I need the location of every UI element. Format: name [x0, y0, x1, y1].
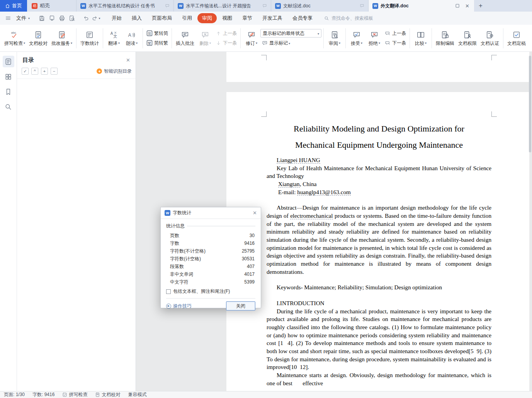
- home-tab-label: 首页: [12, 2, 22, 9]
- toc-select-all-button[interactable]: ✓: [22, 68, 29, 75]
- toc-fold-button[interactable]: −: [51, 68, 58, 75]
- word-count-button[interactable]: 字数统计: [78, 26, 101, 50]
- show-markup-button[interactable]: 显示标记: [260, 39, 321, 47]
- smart-toc-button[interactable]: 智能识别目录: [97, 68, 132, 75]
- undo-icon[interactable]: [81, 13, 91, 23]
- compare-button[interactable]: 比较: [412, 26, 430, 50]
- print-icon[interactable]: [57, 13, 67, 23]
- file-menu[interactable]: 文件: [13, 13, 33, 23]
- search-icon: [324, 16, 329, 21]
- read-aloud-button[interactable]: A 朗读: [123, 26, 141, 50]
- section-heading-introduction: I.INTRODUCTION: [267, 299, 491, 307]
- grading-service-label: 批改服务: [51, 41, 70, 46]
- doc-proof-button[interactable]: 文档校对: [27, 26, 49, 50]
- page-indicator[interactable]: 页面: 1/30: [4, 391, 25, 398]
- doc-certify-label: 文档认证: [481, 41, 499, 46]
- doc-proof-toggle-label: 文档校对: [102, 391, 120, 398]
- print-preview-icon[interactable]: [67, 13, 77, 23]
- word-count-dialog: W 字数统计 ✕ 统计信息 页数30 字数9416 字符数(不计空格)25795…: [160, 207, 261, 308]
- outline-panel-icon[interactable]: [3, 56, 14, 67]
- ribbon-tab-view[interactable]: 视图: [218, 13, 237, 23]
- command-search[interactable]: 查找命令、搜索模板: [324, 15, 373, 22]
- wps-writer-icon: W: [372, 3, 378, 9]
- review-mode-label: 审阅: [329, 41, 338, 46]
- trad-to-simp-button[interactable]: 简 繁转简: [145, 29, 170, 38]
- document-page[interactable]: Reliability Modeling and Design Optimiza…: [226, 92, 529, 391]
- markup-state-select[interactable]: 显示标记的最终状态: [260, 29, 321, 38]
- operation-tips-label: 操作技巧: [173, 303, 192, 309]
- review-mode-button[interactable]: 审阅: [326, 26, 343, 50]
- export-icon[interactable]: [47, 13, 57, 23]
- toc-panel-title: 目录: [22, 56, 34, 64]
- operation-tips-link[interactable]: ▶ 操作技巧: [166, 303, 192, 309]
- doc-permission-button[interactable]: 文档权限: [456, 26, 479, 50]
- ribbon-tab-references[interactable]: 引用: [177, 13, 197, 23]
- reject-change-button[interactable]: 拒绝: [365, 26, 383, 50]
- toc-expand-button[interactable]: +: [41, 68, 48, 75]
- word-count-indicator[interactable]: 字数: 9416: [32, 391, 54, 398]
- toc-collapse-button[interactable]: ^: [31, 68, 38, 75]
- doc-tab-renwushu[interactable]: W 水平工件输送机结构设计 任务书: [76, 0, 174, 12]
- ribbon-tab-member[interactable]: 会员专享: [288, 13, 317, 23]
- dropdown-caret-icon: [317, 31, 319, 36]
- doc-finalize-button[interactable]: 文档定稿: [505, 26, 528, 50]
- grading-service-button[interactable]: 批改服务: [49, 26, 74, 50]
- word-count-dialog-title: 字数统计: [173, 210, 191, 216]
- email-label: E-mail:: [278, 189, 297, 195]
- close-tab-icon[interactable]: ✕: [465, 3, 469, 9]
- ribbon-tab-insert[interactable]: 插入: [127, 13, 146, 23]
- delete-comment-button[interactable]: 删除: [196, 26, 214, 50]
- stat-row-chars-with-space: 字符数(计空格)30531: [170, 255, 255, 263]
- statistics-group-label: 统计信息: [166, 223, 185, 229]
- ribbon-tab-page-layout[interactable]: 页面布局: [147, 13, 177, 23]
- ribbon-tab-start[interactable]: 开始: [107, 13, 126, 23]
- doc-proof-toggle[interactable]: 文档校对: [95, 391, 120, 398]
- restrict-editing-button[interactable]: 限制编辑: [434, 26, 456, 50]
- word-count-dialog-titlebar[interactable]: W 字数统计 ✕: [161, 207, 261, 219]
- ribbon-tab-review[interactable]: 审阅: [197, 13, 217, 23]
- spellcheck-toggle[interactable]: 拼写检查: [62, 391, 87, 398]
- doc-certify-button[interactable]: 文档认证: [479, 26, 501, 50]
- ribbon-tab-section[interactable]: 章节: [238, 13, 257, 23]
- doc-permission-label: 文档权限: [458, 41, 477, 46]
- next-comment-button[interactable]: 下一条: [214, 39, 238, 47]
- vertical-scrollbar[interactable]: [529, 56, 531, 152]
- keywords-line: Keywords- Maintenance; Reliability; Simu…: [267, 284, 491, 292]
- previous-page-bottom: [226, 52, 529, 82]
- tab-status-icon: [165, 3, 170, 8]
- accept-change-button[interactable]: 接受: [348, 26, 365, 50]
- close-button[interactable]: 关闭: [226, 301, 255, 311]
- track-changes-button[interactable]: 修订: [243, 26, 260, 50]
- ribbon-tab-devtools[interactable]: 开发工具: [258, 13, 287, 23]
- insert-comment-button[interactable]: 插入批注: [174, 26, 196, 50]
- paper-title-line2: Mechanical Equipment Undergoing Maintena…: [267, 137, 491, 153]
- spell-check-button[interactable]: abc 拼写检查: [2, 26, 27, 50]
- docer-tab[interactable]: 稻 稻壳: [27, 0, 76, 12]
- include-textbox-checkbox[interactable]: 包括文本框、脚注和尾注(F): [166, 288, 255, 295]
- find-panel-icon[interactable]: [3, 101, 14, 113]
- doc-tab-wenxianzongshu[interactable]: W 文献综述.doc: [271, 0, 369, 12]
- prev-change-button[interactable]: 上一条: [383, 29, 408, 38]
- annotation-panel-icon[interactable]: [3, 71, 14, 82]
- bookmark-panel-icon[interactable]: [3, 86, 14, 97]
- simp-to-trad-button[interactable]: 繁 简转繁: [145, 39, 170, 47]
- tab-window-buttons: ✕: [450, 0, 474, 12]
- svg-text:文: 文: [113, 34, 117, 38]
- save-icon[interactable]: [37, 13, 47, 23]
- next-change-button[interactable]: 下一条: [383, 39, 408, 47]
- doc-tab-kaitibaogao[interactable]: W 水平工件输送机...设计 开题报告: [174, 0, 271, 12]
- home-tab[interactable]: 首页: [0, 0, 27, 12]
- checkbox-box[interactable]: [166, 289, 171, 294]
- prev-comment-button[interactable]: 上一条: [214, 29, 238, 38]
- new-tab-button[interactable]: +: [474, 0, 487, 12]
- doc-tab-waiwenfanyi-active[interactable]: W 外文翻译.doc: [369, 0, 450, 12]
- toc-close-icon[interactable]: ✕: [126, 57, 130, 63]
- redo-icon[interactable]: [91, 13, 101, 23]
- left-tool-strip: [0, 52, 17, 391]
- dialog-close-icon[interactable]: ✕: [253, 210, 257, 216]
- statistics-rows: 页数30 字数9416 字符数(不计空格)25795 字符数(计空格)30531…: [166, 229, 255, 286]
- main-menu-icon[interactable]: [3, 13, 13, 23]
- translate-button[interactable]: A文 翻译: [105, 26, 123, 50]
- prev-change-label: 上一条: [392, 30, 406, 37]
- detach-window-icon[interactable]: [455, 3, 460, 8]
